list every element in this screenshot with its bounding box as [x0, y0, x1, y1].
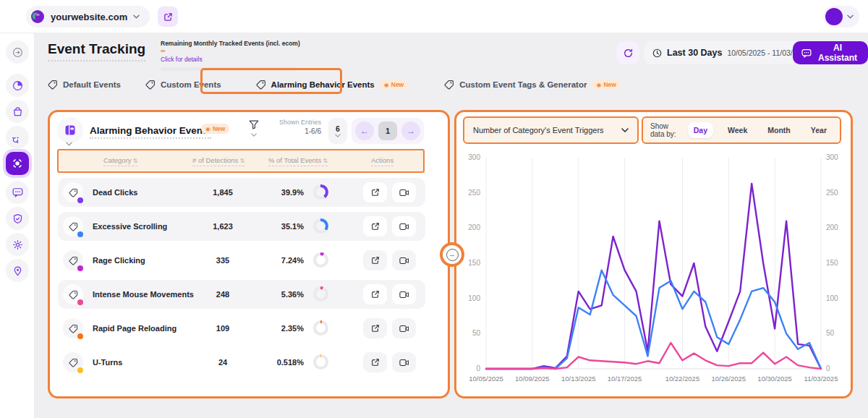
panel-resize-handle[interactable]: ↔ — [440, 242, 464, 267]
tag-icon — [444, 80, 454, 90]
panel-title: Alarming Behavior Events — [90, 125, 211, 139]
video-replay-button[interactable] — [392, 216, 416, 236]
chevron-down-icon — [621, 128, 629, 132]
svg-text:250: 250 — [826, 189, 838, 197]
ai-assistant-button[interactable]: AI Assistant — [793, 41, 868, 64]
session-record-icon[interactable] — [6, 152, 29, 175]
svg-text:200: 200 — [468, 223, 480, 231]
column-detections[interactable]: # of Detections⇅ — [192, 156, 244, 166]
show-data-by-label: Show data by: — [650, 122, 679, 138]
table-row-rapid-page-reloading: Rapid Page Reloading 109 2.35% — [58, 314, 425, 343]
shield-check-icon[interactable] — [6, 207, 29, 230]
category-color-dot — [77, 265, 83, 271]
category-color-dot — [77, 231, 83, 237]
click-for-details-link[interactable]: Click for details — [161, 56, 305, 63]
website-selector[interactable]: yourwebsite.com — [26, 6, 150, 27]
column-category[interactable]: Category⇅ — [103, 156, 137, 166]
open-events-button[interactable] — [363, 352, 387, 372]
percent-value: 2.35% — [260, 324, 304, 333]
category-label: Excessive Scrolling — [93, 222, 167, 231]
video-replay-button[interactable] — [392, 284, 416, 304]
tab-default-events[interactable]: Default Events — [48, 80, 121, 90]
pie-chart-icon[interactable] — [6, 74, 29, 97]
chevron-down-icon — [251, 133, 257, 137]
svg-text:0: 0 — [826, 364, 830, 372]
page-size-selector[interactable]: 6 — [328, 118, 347, 144]
svg-text:250: 250 — [468, 189, 480, 197]
collapse-icon[interactable] — [6, 40, 29, 64]
chevron-down-icon — [847, 14, 854, 19]
tab-custom-events[interactable]: Custom Events — [145, 80, 221, 90]
shown-entries: Shown Entries 1-6/6 — [271, 119, 321, 135]
granularity-year[interactable]: Year — [805, 122, 833, 138]
svg-text:50: 50 — [472, 329, 481, 337]
svg-text:0: 0 — [476, 364, 480, 372]
video-replay-button[interactable] — [392, 250, 416, 270]
video-replay-button[interactable] — [392, 318, 416, 338]
svg-text:10/30/2025: 10/30/2025 — [757, 375, 792, 383]
shopping-bag-icon[interactable] — [6, 100, 29, 123]
granularity-day[interactable]: Day — [688, 122, 713, 138]
filter-icon[interactable] — [249, 120, 259, 129]
event-tracking-page: yourwebsite.com — [0, 0, 868, 418]
open-events-button[interactable] — [363, 216, 387, 236]
svg-text:10/22/2025: 10/22/2025 — [665, 375, 700, 383]
granularity-month[interactable]: Month — [762, 122, 796, 138]
percent-value: 39.9% — [260, 188, 304, 197]
category-label: Rage Clicking — [93, 256, 145, 265]
detections-value: 1,623 — [201, 222, 244, 231]
refresh-button[interactable] — [616, 41, 639, 64]
event-tabs: Default Events Custom Events Alarming Be… — [48, 74, 621, 95]
chart-metric-dropdown[interactable]: Number of Category's Event Triggers — [463, 116, 639, 144]
category-label: Intense Mouse Movements — [93, 290, 194, 299]
granularity-week[interactable]: Week — [722, 122, 753, 138]
tracked-events-label: Remaining Monthly Tracked Events (incl. … — [161, 40, 300, 47]
svg-text:150: 150 — [826, 259, 838, 267]
svg-text:10/05/2025: 10/05/2025 — [469, 375, 503, 383]
open-events-button[interactable] — [363, 182, 387, 202]
open-events-button[interactable] — [363, 318, 387, 338]
tab-label: Default Events — [63, 80, 121, 89]
prev-page-button[interactable]: ← — [355, 121, 374, 140]
metric-dropdown-value: Number of Category's Event Triggers — [473, 126, 604, 135]
tracked-events-progressbar — [161, 67, 298, 71]
new-badge: New — [380, 80, 408, 90]
tag-icon — [256, 80, 266, 90]
ai-chat-icon — [801, 48, 812, 58]
table-row-u-turns: U-Turns 24 0.518% — [58, 348, 425, 377]
panel-view-switcher[interactable] — [57, 117, 83, 143]
line-chart: 10/05/202510/09/202510/13/202510/17/2025… — [454, 110, 853, 398]
radar-icon[interactable] — [6, 126, 29, 149]
table-row-excessive-scrolling: Excessive Scrolling 1,623 35.1% — [58, 212, 425, 241]
next-page-button[interactable]: → — [401, 121, 420, 140]
gear-icon[interactable] — [6, 233, 29, 256]
column-percent[interactable]: % of Total Events⇅ — [268, 156, 328, 166]
category-color-dot — [77, 367, 83, 373]
video-replay-button[interactable] — [392, 182, 416, 202]
account-menu[interactable] — [823, 6, 859, 27]
event-triggers-chart-panel: 10/05/202510/09/202510/13/202510/17/2025… — [454, 110, 853, 398]
shown-entries-label: Shown Entries — [271, 119, 321, 126]
tab-label: Custom Events — [161, 80, 221, 89]
percent-donut — [313, 286, 328, 302]
map-pin-icon[interactable] — [6, 259, 29, 282]
granularity-switcher: Show data by: Day Week Month Year — [642, 116, 841, 144]
svg-text:300: 300 — [826, 153, 838, 161]
resize-arrows-icon: ↔ — [446, 249, 459, 261]
open-events-button[interactable] — [363, 284, 387, 304]
page-title: Event Tracking — [48, 41, 145, 61]
page-size-value: 6 — [336, 124, 340, 133]
category-color-dot — [77, 333, 83, 339]
percent-value: 5.36% — [260, 290, 304, 299]
open-website-button[interactable] — [158, 7, 178, 27]
tab-custom-event-tags-generator[interactable]: Custom Event Tags & Generator New — [444, 80, 621, 90]
video-replay-button[interactable] — [392, 352, 416, 372]
chevron-down-icon — [66, 142, 72, 146]
detections-value: 109 — [201, 324, 244, 333]
tab-alarming-behavior-events[interactable]: Alarming Behavior Events New — [256, 80, 409, 90]
open-events-button[interactable] — [363, 250, 387, 270]
table-row-dead-clicks: Dead Clicks 1,845 39.9% — [58, 178, 425, 207]
alarming-events-table-panel: Alarming Behavior Events New Shown Entri… — [48, 110, 450, 398]
detections-value: 24 — [201, 358, 244, 367]
chat-icon[interactable] — [6, 181, 29, 204]
